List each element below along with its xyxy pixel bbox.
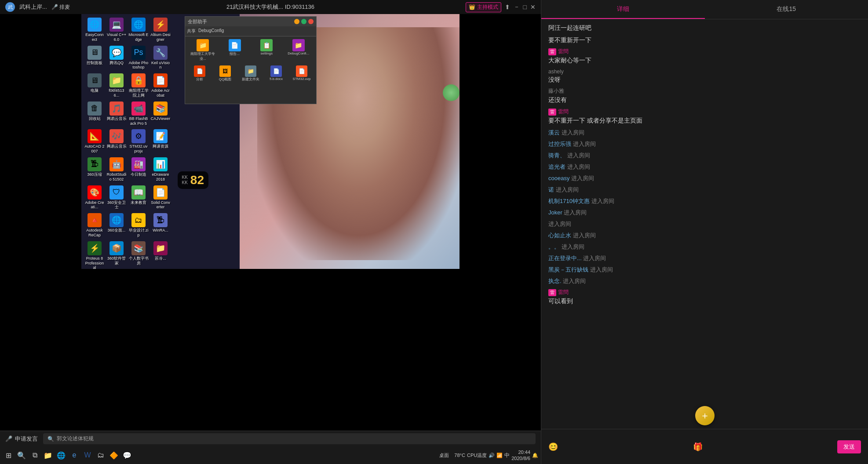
desktop-icon-future[interactable]: 📖 未来教育: [128, 184, 150, 211]
window-buttons: [294, 19, 314, 24]
close-icon[interactable]: ✕: [530, 4, 536, 11]
minimize-icon[interactable]: －: [514, 3, 520, 11]
desktop-icon-autocad[interactable]: 📐 AutoCAD 2007: [84, 128, 106, 155]
icon-row-4: 🗑 回收站 🎵 网易云音乐 📹 BB FlashBack Pro 5 📚 CAJ…: [84, 100, 259, 127]
desktop-icon-stm32[interactable]: ⚙ STM32.uvprojx: [128, 128, 150, 155]
file-icon-2: 📄: [229, 39, 241, 51]
notification-icon[interactable]: 🔔: [532, 453, 538, 458]
desktop-icon-360browser[interactable]: 🌐 360全面...: [106, 212, 128, 239]
search-bar[interactable]: 🔍 郭文论述体犯规: [43, 433, 536, 444]
desktop-icon-360safe[interactable]: 🛡 360安全卫士: [106, 184, 128, 211]
host-mode-button[interactable]: 👑 主持模式: [466, 2, 501, 12]
emoji-icon[interactable]: 😊: [548, 442, 558, 452]
score-display: KK KK 82: [178, 171, 209, 189]
file-item-6[interactable]: 🖼 QQ截图: [213, 65, 237, 82]
desktop-icon-qq[interactable]: 💬 腾讯QQ: [106, 44, 128, 72]
desktop-icon-bbflash[interactable]: 📹 BB FlashBack Pro 5: [128, 100, 150, 127]
desktop-icon-file1[interactable]: 📁 f06f45136...: [106, 72, 128, 99]
music-icon: 🎵: [109, 102, 124, 116]
file-item-3[interactable]: 📋 settings: [252, 39, 282, 61]
desktop-icon-recycle[interactable]: 🗑 回收站: [84, 100, 106, 127]
desktop-icon-winrar[interactable]: 🗜 WinRA...: [150, 212, 171, 239]
top-bar-left: 武 武科上岸... 🎤 排麦: [5, 2, 70, 12]
desktop-icon-controlpanel[interactable]: 🖥 控制面板: [84, 44, 106, 72]
send-button[interactable]: 发送: [837, 440, 861, 453]
desktop-icon-caj[interactable]: 📚 CAJViewer: [150, 100, 171, 127]
desktop-icon-360soft[interactable]: 📦 360软件管家: [106, 240, 128, 269]
future-icon: 📖: [131, 185, 146, 199]
task-view-button[interactable]: ⧉: [28, 447, 41, 463]
chat-user-3: 雷雷問: [548, 48, 861, 55]
desktop-icon-nanyang[interactable]: 🔒 南阳理工学院上网: [128, 72, 150, 99]
taskbar-file-explorer[interactable]: 📁: [41, 447, 55, 463]
taskbar-clock: 20:44 2020/8/6: [511, 449, 530, 462]
desktop-icon-keil[interactable]: 🔧 Keil uVision: [150, 44, 171, 72]
close-button[interactable]: [308, 19, 314, 24]
taskbar-word-icon: W: [83, 450, 92, 460]
minimize-button[interactable]: [294, 19, 299, 24]
bookroom-icon: 📚: [131, 241, 146, 255]
speaker-icon[interactable]: 🔊: [489, 453, 495, 458]
tab-detail[interactable]: 详细: [541, 0, 705, 19]
file-item-7[interactable]: 📁 新建文件夹: [239, 65, 263, 82]
restore-icon[interactable]: □: [523, 4, 527, 11]
desktop-icon-netease[interactable]: 🎶 网易云音乐: [106, 128, 128, 155]
desktop-icon-solid[interactable]: 📄 Solid Converter: [150, 184, 171, 211]
desktop-icon-mycomputer[interactable]: 🖥 电脑: [84, 72, 106, 99]
apply-button[interactable]: 🎤 申请发言: [5, 435, 38, 443]
desktop-icon-manufacture[interactable]: 🏭 今日制造: [128, 156, 150, 183]
file-row2: 📄 分析 🖼 QQ截图 📁 新建文件夹 📄 5.b.docx 📄: [185, 64, 316, 83]
altium-icon: ⚡: [153, 18, 168, 32]
controlpanel-icon: 🖥: [88, 46, 102, 60]
chat-message-4: ashely 没呀: [548, 69, 861, 84]
desktop-icon-graduation[interactable]: 🗂 毕业设计.zip: [128, 212, 150, 239]
file-item-5[interactable]: 📄 分析: [188, 65, 212, 82]
desktop-icon-360[interactable]: 🗜 360压缩: [84, 156, 106, 183]
taskbar-word[interactable]: W: [81, 447, 94, 463]
start-button[interactable]: ⊞: [2, 447, 15, 463]
add-button[interactable]: ＋: [695, 406, 715, 425]
file-item-4[interactable]: 📁 DebugConfi...: [284, 39, 314, 61]
desktop-icon-music[interactable]: 🎵 网易云音乐: [106, 100, 128, 127]
taskbar-ie[interactable]: e: [68, 447, 81, 463]
taskbar-chat[interactable]: 💬: [120, 447, 134, 463]
tab-online[interactable]: 在线15: [705, 0, 868, 19]
enter-text-8: Joker 进入房间: [548, 209, 861, 217]
desktop-icon-bookroom[interactable]: 📚 个人数字书房: [128, 240, 150, 269]
chat-text-5: 还没有: [548, 96, 861, 105]
chat-text-3: 大家耐心等一下: [548, 56, 861, 65]
taskbar-search-icon: 🔍: [17, 450, 26, 460]
file-item-2[interactable]: 📄 报告...: [220, 39, 250, 61]
desktop-icon-vc[interactable]: 💻 Visual C++ 6.0: [106, 16, 128, 44]
network-icon[interactable]: 📶: [496, 453, 503, 458]
desktop-icon-suleng[interactable]: 📁 苏冷...: [150, 240, 171, 269]
desktop-icon-edraw[interactable]: 📊 eDraware 2018: [150, 156, 171, 183]
file-item-8[interactable]: 📄 5.b.docx: [264, 65, 288, 82]
desktop-icon-acrobat[interactable]: 📄 Adobe Acrobat: [150, 72, 171, 99]
toolbar-share[interactable]: 共享: [187, 28, 196, 34]
taskbar-edge[interactable]: 🌐: [55, 447, 68, 463]
search-button[interactable]: 🔍: [15, 447, 28, 463]
taskbar-folder2[interactable]: 🗂: [94, 447, 107, 463]
windows-icon: ⊞: [4, 450, 13, 460]
desktop-icon-course[interactable]: 📝 网课资源: [150, 128, 171, 155]
desktop-icon-altium[interactable]: ⚡ Altium Designer: [150, 16, 171, 44]
toolbar-debug[interactable]: DebugConfig: [198, 28, 224, 34]
share-icon[interactable]: ⬆: [505, 4, 510, 11]
gift-icon[interactable]: 🎁: [693, 442, 703, 452]
enter-10: 心如止水 进入房间: [548, 232, 861, 239]
enter-text-11: 。。 进入房间: [548, 243, 861, 251]
desktop-icon-recap[interactable]: 🔺 Autodesk ReCap: [84, 212, 106, 239]
desktop-icon-easyconnect[interactable]: 🌐 EasyConnect: [84, 16, 106, 44]
file-item-9[interactable]: 📄 STM32.uvp: [290, 65, 314, 82]
desktop-icon-proteus[interactable]: ⚡ Proteus 8 Professional: [84, 240, 106, 269]
desktop-icon-photoshop[interactable]: Ps Adobe Photoshop: [128, 44, 150, 72]
desktop-icon-edge[interactable]: 🌐 Microsoft Edge: [128, 16, 150, 44]
desktop-icon-adobecreati[interactable]: 🎨 Adobe Creati...: [84, 184, 106, 211]
desktop-icon-robotstudio[interactable]: 🤖 RobotStudio 51502: [106, 156, 128, 183]
proteus-icon: ⚡: [88, 241, 102, 255]
maximize-button[interactable]: [301, 19, 306, 24]
ime-icon[interactable]: 中: [504, 452, 510, 459]
file-item-1[interactable]: 📁 南阳理工大学专业...: [188, 39, 218, 61]
taskbar-orange[interactable]: 🔶: [107, 447, 120, 463]
